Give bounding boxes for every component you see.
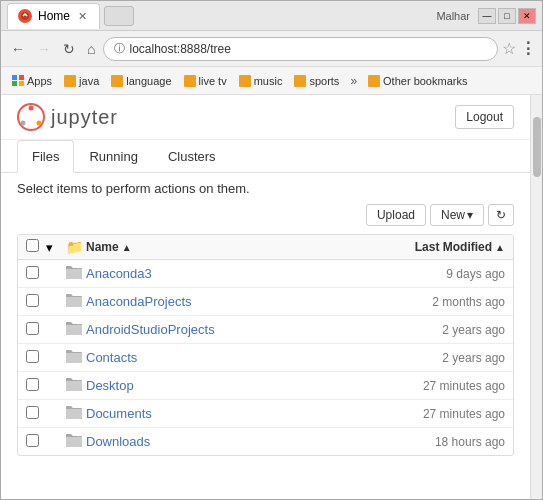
row-modified-6: 18 hours ago — [355, 435, 505, 449]
header-folder-icon: 📁 — [66, 239, 86, 255]
row-name-5: Documents — [86, 406, 355, 421]
modified-header-label: Last Modified — [415, 240, 492, 254]
refresh-button[interactable]: ↻ — [488, 204, 514, 226]
blue-folder-icon: 📁 — [66, 239, 83, 255]
tab-close-button[interactable]: ✕ — [76, 10, 89, 23]
row-checkbox-input-6[interactable] — [26, 434, 39, 447]
bookmark-language[interactable]: language — [106, 73, 176, 89]
folder-link-0[interactable]: Anaconda3 — [86, 266, 152, 281]
table-row: Anaconda3 9 days ago — [18, 260, 513, 288]
scrollbar[interactable] — [530, 95, 542, 499]
forward-button[interactable]: → — [33, 39, 55, 59]
tab-favicon — [18, 9, 32, 23]
row-checkbox-5 — [26, 406, 46, 422]
folder-link-5[interactable]: Documents — [86, 406, 152, 421]
row-checkbox-6 — [26, 434, 46, 450]
bookmark-sports-label: sports — [309, 75, 339, 87]
address-text: localhost:8888/tree — [129, 42, 230, 56]
name-column-header[interactable]: Name ▲ — [86, 240, 355, 254]
tab-running[interactable]: Running — [74, 140, 152, 173]
folder-icon-livetv — [184, 75, 196, 87]
folder-link-1[interactable]: AnacondaProjects — [86, 294, 192, 309]
row-checkbox-3 — [26, 350, 46, 366]
bookmark-livetv-label: live tv — [199, 75, 227, 87]
bookmark-music[interactable]: music — [234, 73, 288, 89]
bookmark-sports[interactable]: sports — [289, 73, 344, 89]
apps-icon — [12, 75, 24, 87]
bookmark-java[interactable]: java — [59, 73, 104, 89]
file-rows: Anaconda3 9 days ago AnacondaProjects 2 … — [18, 260, 513, 455]
file-list: ▾ 📁 Name ▲ Last Modified ▲ — [17, 234, 514, 456]
table-row: Desktop 27 minutes ago — [18, 372, 513, 400]
bookmarks-bar: Apps java language live tv music sports … — [1, 67, 542, 95]
svg-point-3 — [21, 121, 26, 126]
maximize-button[interactable]: □ — [498, 8, 516, 24]
close-button[interactable]: ✕ — [518, 8, 536, 24]
reload-button[interactable]: ↻ — [59, 39, 79, 59]
bookmark-apps[interactable]: Apps — [7, 73, 57, 89]
upload-button[interactable]: Upload — [366, 204, 426, 226]
folder-icon-1 — [66, 293, 86, 310]
bookmark-star-button[interactable]: ☆ — [502, 39, 516, 58]
title-bar: Home ✕ Malhar — □ ✕ — [1, 1, 542, 31]
browser-tab[interactable]: Home ✕ — [7, 3, 100, 29]
name-header-label: Name — [86, 240, 119, 254]
tab-clusters[interactable]: Clusters — [153, 140, 231, 173]
folder-link-6[interactable]: Downloads — [86, 434, 150, 449]
home-button[interactable]: ⌂ — [83, 39, 99, 59]
select-all-checkbox[interactable] — [26, 239, 39, 252]
sort-dropdown-icon[interactable]: ▾ — [46, 240, 53, 255]
back-button[interactable]: ← — [7, 39, 29, 59]
row-modified-0: 9 days ago — [355, 267, 505, 281]
folder-icon-3 — [66, 349, 86, 366]
row-checkbox-input-0[interactable] — [26, 266, 39, 279]
new-button-label: New — [441, 208, 465, 222]
new-button[interactable]: New ▾ — [430, 204, 484, 226]
bookmark-apps-label: Apps — [27, 75, 52, 87]
folder-link-4[interactable]: Desktop — [86, 378, 134, 393]
folder-link-3[interactable]: Contacts — [86, 350, 137, 365]
table-row: Documents 27 minutes ago — [18, 400, 513, 428]
header-checkbox-area — [26, 239, 46, 255]
scroll-thumb[interactable] — [533, 117, 541, 177]
header-sort-area: ▾ — [46, 240, 66, 255]
row-name-4: Desktop — [86, 378, 355, 393]
file-list-header: ▾ 📁 Name ▲ Last Modified ▲ — [18, 235, 513, 260]
row-checkbox-4 — [26, 378, 46, 394]
more-bookmarks-button[interactable]: » — [346, 72, 361, 90]
modified-column-header[interactable]: Last Modified ▲ — [355, 240, 505, 254]
minimize-button[interactable]: — — [478, 8, 496, 24]
row-name-2: AndroidStudioProjects — [86, 322, 355, 337]
row-checkbox-input-1[interactable] — [26, 294, 39, 307]
file-toolbar: Upload New ▾ ↻ — [17, 204, 514, 226]
bookmark-other[interactable]: Other bookmarks — [363, 73, 472, 89]
browser-window: Home ✕ Malhar — □ ✕ ← → ↻ ⌂ ⓘ localhost:… — [0, 0, 543, 500]
name-sort-arrow: ▲ — [122, 242, 132, 253]
table-row: AndroidStudioProjects 2 years ago — [18, 316, 513, 344]
jupyter-title-text: jupyter — [51, 106, 118, 129]
row-checkbox-input-2[interactable] — [26, 322, 39, 335]
address-input[interactable]: ⓘ localhost:8888/tree — [103, 37, 498, 61]
row-checkbox-input-3[interactable] — [26, 350, 39, 363]
row-checkbox-input-4[interactable] — [26, 378, 39, 391]
browser-menu-button[interactable]: ⋮ — [520, 39, 536, 58]
row-checkbox-input-5[interactable] — [26, 406, 39, 419]
window-controls: — □ ✕ — [478, 8, 536, 24]
tab-files[interactable]: Files — [17, 140, 74, 173]
jupyter-logo-icon — [17, 103, 45, 131]
new-dropdown-icon: ▾ — [467, 208, 473, 222]
folder-icon-6 — [66, 433, 86, 450]
folder-icon-other — [368, 75, 380, 87]
folder-icon-2 — [66, 321, 86, 338]
logout-button[interactable]: Logout — [455, 105, 514, 129]
jupyter-logo: jupyter — [17, 103, 118, 131]
row-checkbox-2 — [26, 322, 46, 338]
main-content: jupyter Logout Files Running Clusters Se… — [1, 95, 530, 499]
folder-link-2[interactable]: AndroidStudioProjects — [86, 322, 215, 337]
row-modified-3: 2 years ago — [355, 351, 505, 365]
security-icon: ⓘ — [114, 41, 125, 56]
bookmark-livetv[interactable]: live tv — [179, 73, 232, 89]
table-row: AnacondaProjects 2 months ago — [18, 288, 513, 316]
row-checkbox-1 — [26, 294, 46, 310]
address-bar: ← → ↻ ⌂ ⓘ localhost:8888/tree ☆ ⋮ — [1, 31, 542, 67]
